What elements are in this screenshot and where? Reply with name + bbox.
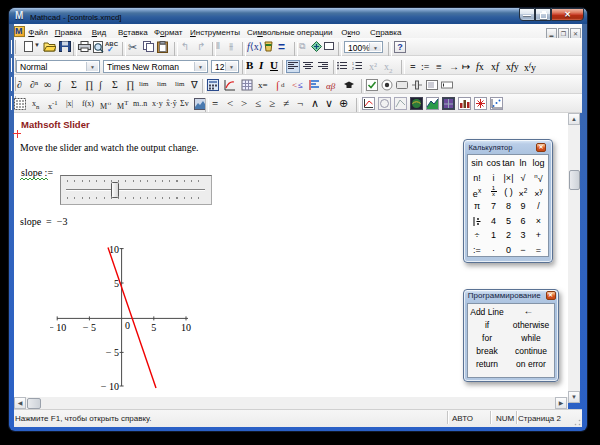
svg-text:0: 0 [125, 320, 130, 331]
svg-text:<: < [292, 80, 297, 90]
svg-text:− 5: − 5 [106, 347, 119, 358]
svg-text:x=: x= [258, 80, 268, 90]
svg-text:d: d [281, 81, 285, 89]
svg-text:− 5: − 5 [83, 322, 96, 333]
svg-text:2: 2 [352, 67, 354, 71]
svg-text:≤: ≤ [298, 80, 303, 90]
svg-text:− 10: − 10 [50, 322, 66, 333]
svg-text:10: 10 [181, 322, 191, 333]
svg-text:− 10: − 10 [101, 381, 119, 392]
svg-text:1: 1 [352, 62, 354, 66]
svg-text:∫: ∫ [275, 79, 280, 91]
svg-text:αβ: αβ [326, 80, 336, 90]
svg-text:5: 5 [151, 322, 156, 333]
